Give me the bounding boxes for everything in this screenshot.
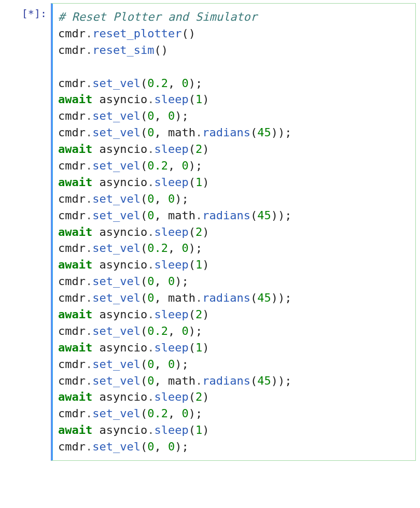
code-token: 0 [181,242,188,255]
code-token: 0 [168,440,175,453]
code-content[interactable]: # Reset Plotter and Simulator cmdr.reset… [58,9,409,455]
code-token: 0 [168,192,175,205]
code-token: cmdr [58,109,86,122]
code-token: ); [175,109,189,122]
code-token: cmdr [58,324,86,337]
code-token: . [86,407,92,420]
code-token: , [168,77,182,90]
code-token: 0 [147,358,154,371]
code-input-area[interactable]: # Reset Plotter and Simulator cmdr.reset… [51,3,416,461]
code-token: set_vel [92,440,141,453]
code-token: . [195,126,202,139]
code-token: radians [202,209,250,222]
code-token: () [181,27,195,40]
code-token: , [154,126,168,139]
code-token: set_vel [92,109,141,122]
code-token: radians [202,374,250,387]
code-token: 0 [181,159,188,172]
code-token: ); [189,77,203,90]
code-token: 0 [168,109,175,122]
code-token: ( [189,143,195,156]
code-token: ( [141,440,147,453]
code-token: set_vel [92,324,141,337]
code-token: sleep [154,424,188,436]
code-token: . [147,424,154,436]
code-token: reset_sim [92,44,154,57]
code-token: 1 [195,424,202,436]
code-token: 0.2 [147,159,168,172]
code-cell[interactable]: [*]: # Reset Plotter and Simulator cmdr.… [0,0,420,464]
code-token: ( [141,159,147,172]
code-token: ( [189,341,195,354]
code-token: 1 [195,341,202,354]
code-token: sleep [154,176,188,189]
code-token: set_vel [92,358,141,371]
code-token: . [147,93,154,106]
code-token: cmdr [58,374,86,387]
code-token: , [154,291,168,304]
code-token: ) [202,341,209,354]
code-token: await [58,341,92,354]
code-token: , [154,440,168,453]
code-token: 1 [195,93,202,106]
code-token: ( [189,308,195,321]
code-token: ) [202,390,209,403]
code-token: await [58,424,92,436]
code-token: ) [202,258,209,271]
code-token: ( [141,275,147,288]
code-token: 2 [195,143,202,156]
code-token: asyncio [92,93,147,106]
code-token: ( [141,192,147,205]
code-token: set_vel [92,275,141,288]
code-token: 0.2 [147,407,168,420]
code-token: ); [189,407,203,420]
code-token: await [58,390,92,403]
code-token: )); [271,126,292,139]
code-token: ); [189,159,203,172]
code-token: math [168,291,195,304]
code-token: 0.2 [147,77,168,90]
code-token: ( [141,374,147,387]
code-token: ); [175,192,189,205]
code-token: 0 [147,192,154,205]
code-token: ( [141,407,147,420]
code-token: asyncio [92,424,147,436]
code-token: . [86,192,92,205]
code-token: 0 [181,407,188,420]
code-token: 0 [181,77,188,90]
code-token: 0 [147,374,154,387]
code-token: 45 [257,126,271,139]
code-token: ( [141,209,147,222]
code-token: set_vel [92,77,141,90]
code-token: . [147,341,154,354]
code-token: ( [189,225,195,238]
code-token: )); [271,291,292,304]
code-token: ( [141,109,147,122]
code-token: 2 [195,390,202,403]
code-token: math [168,126,195,139]
code-token: ( [189,176,195,189]
code-token: ); [189,324,203,337]
code-token: )); [271,209,292,222]
code-token: . [86,77,92,90]
code-token: . [147,176,154,189]
code-token: radians [202,126,250,139]
code-token: cmdr [58,242,86,255]
code-token: 0 [147,275,154,288]
code-token: set_vel [92,192,141,205]
code-token: . [86,27,92,40]
code-token: 45 [257,209,271,222]
code-token: 45 [257,291,271,304]
code-token: await [58,258,92,271]
code-token: reset_plotter [92,27,181,40]
code-token: . [195,291,202,304]
code-token: ) [202,176,209,189]
code-token: cmdr [58,27,86,40]
code-token: ( [250,291,257,304]
code-token: . [195,209,202,222]
code-token: ); [189,242,203,255]
code-token: , [154,275,168,288]
code-token: # Reset Plotter and Simulator [58,10,257,23]
code-token: cmdr [58,77,86,90]
code-token: sleep [154,225,188,238]
